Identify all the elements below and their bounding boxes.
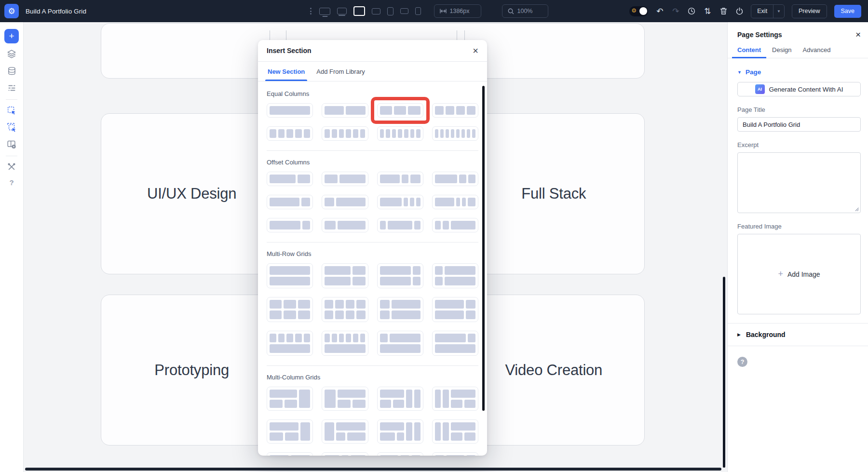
device-desktop-button[interactable] [319,8,330,15]
structure-panel-button[interactable] [5,81,18,94]
builder-settings-button[interactable]: ⚙ [4,4,19,18]
layout-tile[interactable] [267,263,313,288]
canvas-horizontal-scrollbar[interactable] [25,468,721,471]
database-panel-button[interactable] [5,65,18,77]
section-heading[interactable]: Prototyping [154,362,229,379]
layout-tile[interactable] [267,195,313,209]
excerpt-textarea[interactable] [737,152,861,213]
select-element-tool[interactable] [5,104,18,117]
layout-tile[interactable] [377,387,423,411]
viewport-width-field[interactable]: 1386px [434,4,481,18]
section-heading[interactable]: Video Creation [505,362,602,379]
close-icon[interactable]: × [473,46,478,55]
tab-new-section[interactable]: New Section [268,62,305,81]
layers-panel-button[interactable] [5,48,18,60]
layout-tile[interactable] [322,419,368,444]
layout-tile[interactable] [432,263,478,288]
layout-tile[interactable] [432,331,478,356]
layout-tile[interactable] [377,297,423,322]
layout-tile[interactable] [267,126,313,141]
add-element-button[interactable]: + [4,29,19,43]
layout-tile[interactable] [432,387,478,411]
layout-tile[interactable] [432,452,478,456]
device-phone-landscape-button[interactable] [400,8,408,14]
layout-tile[interactable] [377,452,423,456]
tab-design[interactable]: Design [772,46,791,54]
device-tablet-small-button[interactable] [372,8,380,14]
layout-tile[interactable] [267,218,313,232]
layout-tile[interactable] [322,195,368,209]
device-laptop-button[interactable] [337,8,347,14]
power-icon[interactable] [735,7,744,15]
layout-tile[interactable] [432,195,478,209]
canvas-vertical-scrollbar[interactable] [723,277,725,468]
mode-toggle[interactable]: ⚙ [629,6,648,16]
layout-tile[interactable] [267,172,313,186]
background-section-toggle[interactable]: ▶ Background [737,324,861,346]
more-options-icon[interactable] [309,8,312,14]
layout-tile[interactable] [377,419,423,444]
layout-tile[interactable] [432,218,478,232]
layout-tile[interactable] [267,452,313,456]
device-tablet-landscape-button[interactable] [353,6,365,16]
templates-panel-button[interactable] [5,138,18,150]
tile-col [300,422,310,441]
zoom-field[interactable]: 100% [502,4,548,18]
exit-dropdown-button[interactable]: ▼ [773,5,784,18]
layout-tile[interactable] [322,126,368,141]
section-heading[interactable]: Full Stack [521,185,586,202]
page-title-input[interactable] [737,117,861,132]
redo-icon[interactable]: ↷ [671,7,680,15]
layout-tile[interactable] [377,218,423,232]
close-icon[interactable]: × [855,30,861,39]
resize-handle-icon[interactable] [854,206,859,211]
tools-panel-button[interactable] [5,161,18,173]
layout-tile[interactable] [377,172,423,186]
preview-button[interactable]: Preview [792,4,827,18]
history-icon[interactable] [687,7,696,15]
exit-button[interactable]: Exit [751,5,773,18]
layout-tile[interactable] [322,387,368,411]
layout-tile[interactable] [432,103,478,118]
help-button[interactable]: ? [9,178,14,187]
undo-icon[interactable]: ↶ [655,7,664,15]
layout-tile[interactable] [322,218,368,232]
layout-tile-selected[interactable] [377,103,423,118]
layout-tile[interactable] [322,452,368,456]
tab-advanced[interactable]: Advanced [803,46,831,54]
layout-tile[interactable] [322,103,368,118]
section-heading[interactable]: UI/UX Design [147,185,236,202]
generate-content-ai-button[interactable]: AI Generate Content With AI [737,82,861,96]
layout-tile[interactable] [377,126,423,141]
layout-tile[interactable] [322,263,368,288]
modal-scrollbar[interactable] [482,86,485,411]
device-tablet-portrait-button[interactable] [387,7,393,15]
layout-tile[interactable] [267,331,313,356]
reorder-icon[interactable]: ⇅ [703,7,712,15]
layout-tile[interactable] [267,419,313,444]
layout-tile[interactable] [432,172,478,186]
tile-row [325,266,365,275]
layout-tile[interactable] [377,263,423,288]
layout-tile[interactable] [377,331,423,356]
trash-icon[interactable] [719,7,728,15]
layout-tile[interactable] [377,195,423,209]
select-section-tool[interactable] [5,121,18,134]
layout-tile[interactable] [322,297,368,322]
layout-tile[interactable] [432,126,478,141]
tab-add-from-library[interactable]: Add From Library [316,62,365,81]
layout-tile[interactable] [267,387,313,411]
tile-block [451,221,475,229]
help-icon[interactable]: ? [737,357,747,367]
save-button[interactable]: Save [834,5,862,18]
layout-tile[interactable] [267,297,313,322]
add-image-button[interactable]: + Add Image [737,234,861,314]
layout-tile[interactable] [267,103,313,118]
layout-tile[interactable] [432,419,478,444]
tab-content[interactable]: Content [737,46,761,54]
layout-tile[interactable] [432,297,478,322]
layout-tile[interactable] [322,331,368,356]
page-section-toggle[interactable]: ▼ Page [737,68,861,76]
device-phone-portrait-button[interactable] [415,7,421,15]
layout-tile[interactable] [322,172,368,186]
